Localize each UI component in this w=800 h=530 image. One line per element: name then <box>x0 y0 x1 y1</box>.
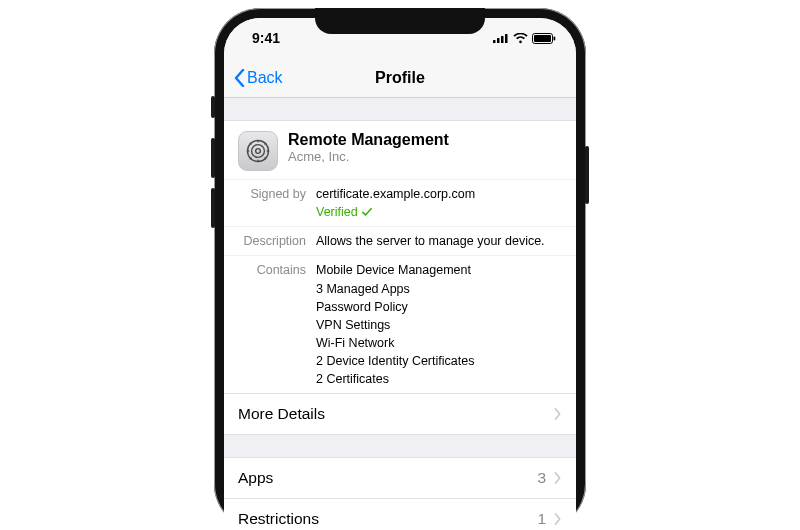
contains-item: Wi-Fi Network <box>316 334 474 352</box>
restrictions-row[interactable]: Restrictions 1 <box>224 499 576 530</box>
description-label: Description <box>238 232 306 250</box>
verified-label: Verified <box>316 203 358 221</box>
clock: 9:41 <box>252 30 280 46</box>
power-button <box>585 146 589 204</box>
svg-rect-5 <box>534 35 551 42</box>
restrictions-count: 1 <box>537 510 546 528</box>
signed-by-label: Signed by <box>238 185 306 221</box>
svg-point-9 <box>256 149 261 154</box>
contains-label: Contains <box>238 261 306 388</box>
status-icons <box>493 33 556 44</box>
chevron-right-icon <box>554 513 562 525</box>
svg-rect-0 <box>493 40 496 43</box>
battery-icon <box>532 33 556 44</box>
profile-name: Remote Management <box>288 131 449 149</box>
volume-up-button <box>211 138 215 178</box>
chevron-right-icon <box>554 408 562 420</box>
svg-rect-1 <box>497 38 500 43</box>
apps-count: 3 <box>537 469 546 487</box>
description-value: Allows the server to manage your device. <box>316 232 545 250</box>
contains-item: 2 Device Identity Certificates <box>316 352 474 370</box>
signed-by-row: Signed by certificate.example.corp.com V… <box>224 179 576 226</box>
contains-item: 2 Certificates <box>316 370 474 388</box>
verified-badge: Verified <box>316 203 372 221</box>
contains-item: 3 Managed Apps <box>316 280 474 298</box>
more-details-row[interactable]: More Details <box>224 394 576 435</box>
contains-item: Mobile Device Management <box>316 261 474 279</box>
profile-card: Remote Management Acme, Inc. Signed by c… <box>224 120 576 394</box>
svg-point-8 <box>252 145 265 158</box>
chevron-left-icon <box>234 69 245 87</box>
phone-frame: 9:41 Back Profile Remote Management <box>214 8 586 530</box>
contains-item: VPN Settings <box>316 316 474 334</box>
signed-by-value: certificate.example.corp.com <box>316 185 475 203</box>
profile-header: Remote Management Acme, Inc. <box>224 121 576 179</box>
cellular-icon <box>493 33 509 43</box>
back-label: Back <box>247 69 283 87</box>
restrictions-label: Restrictions <box>238 510 319 528</box>
svg-rect-2 <box>501 36 504 43</box>
svg-rect-6 <box>554 36 556 40</box>
mute-switch <box>211 96 215 118</box>
description-row: Description Allows the server to manage … <box>224 226 576 255</box>
contains-list: Mobile Device Management 3 Managed Apps … <box>316 261 474 388</box>
apps-label: Apps <box>238 469 273 487</box>
more-details-label: More Details <box>238 405 325 423</box>
screen: 9:41 Back Profile Remote Management <box>224 18 576 530</box>
nav-bar: Back Profile <box>224 58 576 98</box>
volume-down-button <box>211 188 215 228</box>
svg-rect-3 <box>505 34 508 43</box>
notch <box>315 8 485 34</box>
back-button[interactable]: Back <box>234 69 283 87</box>
contains-item: Password Policy <box>316 298 474 316</box>
wifi-icon <box>513 33 528 44</box>
checkmark-icon <box>362 207 372 217</box>
chevron-right-icon <box>554 472 562 484</box>
profile-org: Acme, Inc. <box>288 149 449 164</box>
settings-gear-icon <box>238 131 278 171</box>
contains-row: Contains Mobile Device Management 3 Mana… <box>224 255 576 393</box>
apps-row[interactable]: Apps 3 <box>224 457 576 499</box>
